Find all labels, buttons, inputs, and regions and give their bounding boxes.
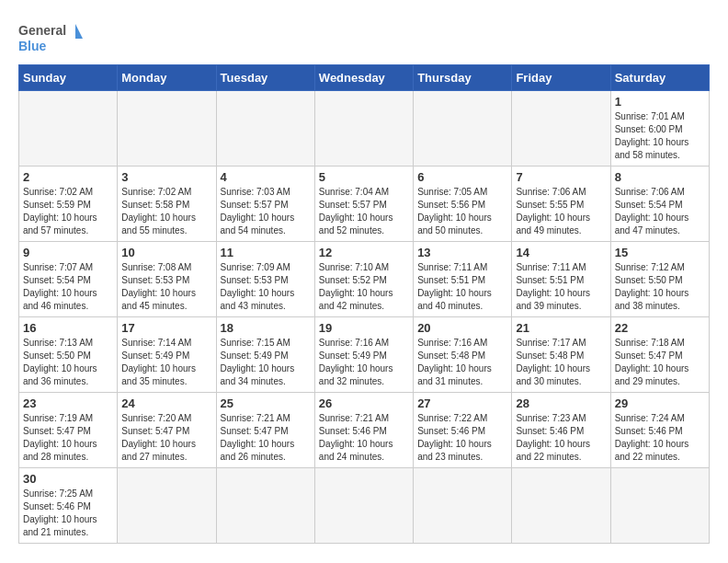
calendar-cell: 8Sunrise: 7:06 AM Sunset: 5:54 PM Daylig… xyxy=(610,167,709,242)
day-info: Sunrise: 7:11 AM Sunset: 5:51 PM Dayligh… xyxy=(516,261,606,313)
day-info: Sunrise: 7:12 AM Sunset: 5:50 PM Dayligh… xyxy=(615,261,705,313)
calendar-cell xyxy=(414,91,512,167)
calendar-cell: 30Sunrise: 7:25 AM Sunset: 5:46 PM Dayli… xyxy=(19,468,118,544)
calendar-cell: 2Sunrise: 7:02 AM Sunset: 5:59 PM Daylig… xyxy=(19,167,118,242)
calendar-cell xyxy=(118,91,216,167)
day-number: 28 xyxy=(516,396,606,410)
day-number: 19 xyxy=(319,321,409,335)
day-number: 22 xyxy=(615,321,705,335)
day-number: 11 xyxy=(221,246,311,259)
svg-marker-2 xyxy=(75,24,83,39)
day-number: 18 xyxy=(221,321,311,335)
day-info: Sunrise: 7:05 AM Sunset: 5:56 PM Dayligh… xyxy=(417,186,507,237)
calendar-cell: 25Sunrise: 7:21 AM Sunset: 5:47 PM Dayli… xyxy=(216,393,314,468)
calendar-cell xyxy=(314,91,413,167)
day-number: 5 xyxy=(319,170,409,184)
day-header-sunday: Sunday xyxy=(19,65,118,91)
day-number: 9 xyxy=(23,246,113,259)
day-number: 3 xyxy=(121,170,211,184)
day-info: Sunrise: 7:18 AM Sunset: 5:47 PM Dayligh… xyxy=(615,337,705,388)
calendar-cell xyxy=(216,91,314,167)
day-info: Sunrise: 7:19 AM Sunset: 5:47 PM Dayligh… xyxy=(23,412,113,464)
day-header-monday: Monday xyxy=(118,65,216,91)
calendar-cell: 4Sunrise: 7:03 AM Sunset: 5:57 PM Daylig… xyxy=(216,167,314,242)
day-info: Sunrise: 7:24 AM Sunset: 5:46 PM Dayligh… xyxy=(615,412,705,464)
day-info: Sunrise: 7:11 AM Sunset: 5:51 PM Dayligh… xyxy=(417,261,507,313)
day-info: Sunrise: 7:06 AM Sunset: 5:55 PM Dayligh… xyxy=(516,186,606,237)
day-number: 16 xyxy=(23,321,113,335)
day-number: 15 xyxy=(615,246,705,259)
day-number: 20 xyxy=(417,321,507,335)
day-number: 23 xyxy=(23,396,113,410)
day-info: Sunrise: 7:04 AM Sunset: 5:57 PM Dayligh… xyxy=(319,186,409,237)
calendar-cell xyxy=(414,468,512,544)
calendar-cell: 3Sunrise: 7:02 AM Sunset: 5:58 PM Daylig… xyxy=(118,167,216,242)
calendar-cell: 13Sunrise: 7:11 AM Sunset: 5:51 PM Dayli… xyxy=(414,242,512,317)
day-info: Sunrise: 7:17 AM Sunset: 5:48 PM Dayligh… xyxy=(516,337,606,388)
day-info: Sunrise: 7:09 AM Sunset: 5:53 PM Dayligh… xyxy=(221,261,311,313)
day-info: Sunrise: 7:06 AM Sunset: 5:54 PM Dayligh… xyxy=(615,186,705,237)
calendar-cell: 1Sunrise: 7:01 AM Sunset: 6:00 PM Daylig… xyxy=(610,91,709,167)
calendar-cell xyxy=(610,468,709,544)
day-number: 25 xyxy=(221,396,311,410)
calendar-cell: 15Sunrise: 7:12 AM Sunset: 5:50 PM Dayli… xyxy=(610,242,709,317)
day-info: Sunrise: 7:20 AM Sunset: 5:47 PM Dayligh… xyxy=(121,412,211,464)
day-info: Sunrise: 7:15 AM Sunset: 5:49 PM Dayligh… xyxy=(221,337,311,388)
day-number: 26 xyxy=(319,396,409,410)
logo: General Blue xyxy=(18,18,83,55)
calendar-cell: 20Sunrise: 7:16 AM Sunset: 5:48 PM Dayli… xyxy=(414,317,512,393)
day-number: 7 xyxy=(516,170,606,184)
day-info: Sunrise: 7:13 AM Sunset: 5:50 PM Dayligh… xyxy=(23,337,113,388)
day-info: Sunrise: 7:21 AM Sunset: 5:46 PM Dayligh… xyxy=(319,412,409,464)
day-number: 6 xyxy=(417,170,507,184)
day-number: 10 xyxy=(121,246,211,259)
day-header-thursday: Thursday xyxy=(414,65,512,91)
day-number: 21 xyxy=(516,321,606,335)
day-info: Sunrise: 7:22 AM Sunset: 5:46 PM Dayligh… xyxy=(417,412,507,464)
day-info: Sunrise: 7:23 AM Sunset: 5:46 PM Dayligh… xyxy=(516,412,606,464)
day-number: 4 xyxy=(221,170,311,184)
day-number: 1 xyxy=(615,95,705,109)
calendar-cell: 11Sunrise: 7:09 AM Sunset: 5:53 PM Dayli… xyxy=(216,242,314,317)
calendar-cell xyxy=(512,91,610,167)
calendar-cell: 23Sunrise: 7:19 AM Sunset: 5:47 PM Dayli… xyxy=(19,393,118,468)
calendar-cell: 14Sunrise: 7:11 AM Sunset: 5:51 PM Dayli… xyxy=(512,242,610,317)
calendar-cell xyxy=(19,91,118,167)
day-number: 14 xyxy=(516,246,606,259)
svg-text:General: General xyxy=(18,23,66,38)
day-header-friday: Friday xyxy=(512,65,610,91)
day-info: Sunrise: 7:14 AM Sunset: 5:49 PM Dayligh… xyxy=(121,337,211,388)
day-info: Sunrise: 7:01 AM Sunset: 6:00 PM Dayligh… xyxy=(615,110,705,162)
calendar-cell: 26Sunrise: 7:21 AM Sunset: 5:46 PM Dayli… xyxy=(314,393,413,468)
day-info: Sunrise: 7:02 AM Sunset: 5:59 PM Dayligh… xyxy=(23,186,113,237)
calendar-cell xyxy=(216,468,314,544)
svg-text:Blue: Blue xyxy=(18,39,47,53)
calendar-cell: 28Sunrise: 7:23 AM Sunset: 5:46 PM Dayli… xyxy=(512,393,610,468)
day-info: Sunrise: 7:21 AM Sunset: 5:47 PM Dayligh… xyxy=(221,412,311,464)
calendar-cell: 27Sunrise: 7:22 AM Sunset: 5:46 PM Dayli… xyxy=(414,393,512,468)
day-info: Sunrise: 7:16 AM Sunset: 5:49 PM Dayligh… xyxy=(319,337,409,388)
calendar: SundayMondayTuesdayWednesdayThursdayFrid… xyxy=(18,64,710,544)
day-header-saturday: Saturday xyxy=(610,65,709,91)
calendar-cell xyxy=(118,468,216,544)
calendar-cell: 16Sunrise: 7:13 AM Sunset: 5:50 PM Dayli… xyxy=(19,317,118,393)
calendar-cell xyxy=(314,468,413,544)
day-info: Sunrise: 7:07 AM Sunset: 5:54 PM Dayligh… xyxy=(23,261,113,313)
day-number: 29 xyxy=(615,396,705,410)
calendar-cell: 12Sunrise: 7:10 AM Sunset: 5:52 PM Dayli… xyxy=(314,242,413,317)
calendar-cell: 9Sunrise: 7:07 AM Sunset: 5:54 PM Daylig… xyxy=(19,242,118,317)
calendar-cell: 24Sunrise: 7:20 AM Sunset: 5:47 PM Dayli… xyxy=(118,393,216,468)
day-number: 24 xyxy=(121,396,211,410)
calendar-cell: 7Sunrise: 7:06 AM Sunset: 5:55 PM Daylig… xyxy=(512,167,610,242)
day-number: 30 xyxy=(23,472,113,486)
day-info: Sunrise: 7:16 AM Sunset: 5:48 PM Dayligh… xyxy=(417,337,507,388)
day-info: Sunrise: 7:08 AM Sunset: 5:53 PM Dayligh… xyxy=(121,261,211,313)
calendar-cell: 17Sunrise: 7:14 AM Sunset: 5:49 PM Dayli… xyxy=(118,317,216,393)
day-number: 17 xyxy=(121,321,211,335)
day-info: Sunrise: 7:10 AM Sunset: 5:52 PM Dayligh… xyxy=(319,261,409,313)
day-info: Sunrise: 7:25 AM Sunset: 5:46 PM Dayligh… xyxy=(23,488,113,539)
calendar-cell: 18Sunrise: 7:15 AM Sunset: 5:49 PM Dayli… xyxy=(216,317,314,393)
day-number: 27 xyxy=(417,396,507,410)
day-header-wednesday: Wednesday xyxy=(314,65,413,91)
header: General Blue xyxy=(18,18,710,55)
